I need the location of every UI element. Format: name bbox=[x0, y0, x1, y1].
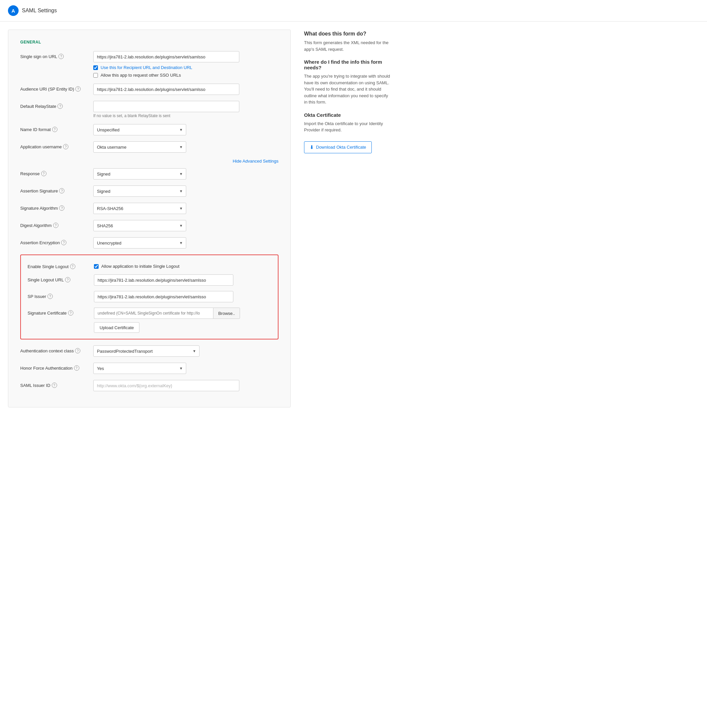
checkbox-other-sso-row: Allow this app to request other SSO URLs bbox=[93, 73, 279, 78]
sp-issuer-help-icon[interactable]: ? bbox=[48, 294, 53, 299]
sig-algo-select[interactable]: RSA-SHA256 RSA-SHA1 bbox=[93, 203, 186, 214]
honor-force-auth-help-icon[interactable]: ? bbox=[74, 365, 80, 371]
name-id-format-select[interactable]: Unspecified EmailAddress X509SubjectName… bbox=[93, 124, 186, 135]
audience-uri-control bbox=[93, 84, 279, 95]
sidebar-what-text: This form generates the XML needed for t… bbox=[304, 39, 390, 52]
checkbox-other-sso[interactable] bbox=[93, 73, 98, 78]
relay-state-row: Default RelayState ? If no value is set,… bbox=[20, 101, 279, 118]
app-username-row: Application username ? Okta username Ema… bbox=[20, 142, 279, 153]
assertion-enc-row: Assertion Encryption ? Unencrypted Encry… bbox=[20, 237, 279, 248]
response-control: Signed Unsigned ▼ bbox=[93, 168, 279, 179]
audience-uri-row: Audience URI (SP Entity ID) ? bbox=[20, 84, 279, 95]
sig-algo-label: Signature Algorithm ? bbox=[20, 203, 93, 211]
sig-algo-help-icon[interactable]: ? bbox=[59, 205, 64, 211]
sidebar-what-heading: What does this form do? bbox=[304, 31, 390, 37]
relay-state-hint: If no value is set, a blank RelayState i… bbox=[93, 114, 279, 118]
relay-state-help-icon[interactable]: ? bbox=[58, 104, 63, 109]
response-row: Response ? Signed Unsigned ▼ bbox=[20, 168, 279, 179]
sidebar-where-text: The app you're trying to integrate with … bbox=[304, 73, 390, 105]
assertion-enc-select[interactable]: Unencrypted Encrypted bbox=[93, 237, 186, 248]
slo-enable-checkbox[interactable] bbox=[94, 264, 98, 269]
slo-url-control bbox=[94, 274, 271, 286]
sso-url-row: Single sign on URL ? Use this for Recipi… bbox=[20, 51, 279, 78]
sso-url-help-icon[interactable]: ? bbox=[58, 54, 64, 59]
section-label: GENERAL bbox=[20, 40, 279, 45]
name-id-format-help-icon[interactable]: ? bbox=[52, 127, 58, 132]
sig-cert-file-input[interactable] bbox=[94, 308, 213, 319]
sig-cert-help-icon[interactable]: ? bbox=[68, 310, 73, 316]
saml-issuer-id-control bbox=[93, 380, 279, 391]
assertion-sig-select[interactable]: Signed Unsigned bbox=[93, 185, 186, 197]
slo-box: Enable Single Logout ? Allow application… bbox=[20, 254, 279, 339]
audience-uri-help-icon[interactable]: ? bbox=[75, 86, 81, 92]
assertion-sig-select-wrapper: Signed Unsigned ▼ bbox=[93, 185, 186, 197]
response-label: Response ? bbox=[20, 168, 93, 176]
checkbox-other-sso-label: Allow this app to request other SSO URLs bbox=[101, 73, 181, 78]
digest-algo-select[interactable]: SHA256 SHA1 bbox=[93, 220, 186, 231]
auth-context-control: PasswordProtectedTransport TLS Client In… bbox=[93, 345, 279, 357]
assertion-enc-control: Unencrypted Encrypted ▼ bbox=[93, 237, 279, 248]
honor-force-auth-control: Yes No ▼ bbox=[93, 363, 279, 374]
advanced-settings-link-row: Hide Advanced Settings bbox=[20, 159, 279, 163]
digest-algo-row: Digest Algorithm ? SHA256 SHA1 ▼ bbox=[20, 220, 279, 231]
saml-issuer-id-row: SAML Issuer ID ? bbox=[20, 380, 279, 391]
saml-issuer-id-help-icon[interactable]: ? bbox=[52, 383, 57, 388]
main-form: GENERAL Single sign on URL ? Use this fo… bbox=[8, 30, 291, 407]
sp-issuer-input[interactable] bbox=[94, 291, 233, 302]
auth-context-help-icon[interactable]: ? bbox=[75, 348, 80, 353]
name-id-format-control: Unspecified EmailAddress X509SubjectName… bbox=[93, 124, 279, 135]
browse-button[interactable]: Browse.. bbox=[213, 308, 240, 319]
name-id-format-row: Name ID format ? Unspecified EmailAddres… bbox=[20, 124, 279, 135]
honor-force-auth-select-wrapper: Yes No ▼ bbox=[93, 363, 186, 374]
sp-issuer-row: SP Issuer ? bbox=[27, 291, 271, 302]
app-username-select[interactable]: Okta username Email Custom bbox=[93, 142, 186, 153]
relay-state-input[interactable] bbox=[93, 101, 239, 112]
upload-certificate-button[interactable]: Upload Certificate bbox=[94, 322, 139, 333]
saml-issuer-id-input[interactable] bbox=[93, 380, 239, 391]
assertion-sig-row: Assertion Signature ? Signed Unsigned ▼ bbox=[20, 185, 279, 197]
checkbox-recipient-label: Use this for Recipient URL and Destinati… bbox=[101, 65, 192, 70]
digest-algo-help-icon[interactable]: ? bbox=[53, 222, 58, 228]
sidebar-panel: What does this form do? This form genera… bbox=[304, 30, 390, 407]
response-select[interactable]: Signed Unsigned bbox=[93, 168, 186, 179]
page-title: SAML Settings bbox=[22, 8, 57, 14]
slo-enable-checkbox-row: Allow application to initiate Single Log… bbox=[94, 264, 271, 269]
name-id-format-select-wrapper: Unspecified EmailAddress X509SubjectName… bbox=[93, 124, 186, 135]
slo-enable-help-icon[interactable]: ? bbox=[70, 264, 75, 269]
honor-force-auth-select[interactable]: Yes No bbox=[93, 363, 186, 374]
audience-uri-input[interactable] bbox=[93, 84, 239, 95]
sidebar-cert-heading: Okta Certificate bbox=[304, 112, 390, 118]
sso-url-label: Single sign on URL ? bbox=[20, 51, 93, 59]
page-layout: GENERAL Single sign on URL ? Use this fo… bbox=[0, 22, 398, 415]
honor-force-auth-label: Honor Force Authentication ? bbox=[20, 363, 93, 371]
slo-enable-checkbox-label: Allow application to initiate Single Log… bbox=[101, 264, 179, 269]
hide-advanced-settings-button[interactable]: Hide Advanced Settings bbox=[233, 159, 279, 163]
assertion-enc-help-icon[interactable]: ? bbox=[61, 240, 67, 245]
download-okta-cert-button[interactable]: ⬇ Download Okta Certificate bbox=[304, 142, 372, 153]
app-username-label: Application username ? bbox=[20, 142, 93, 149]
app-username-help-icon[interactable]: ? bbox=[63, 144, 68, 149]
digest-algo-select-wrapper: SHA256 SHA1 ▼ bbox=[93, 220, 186, 231]
checkbox-recipient[interactable] bbox=[93, 65, 98, 70]
response-help-icon[interactable]: ? bbox=[41, 171, 46, 176]
auth-context-label: Authentication context class ? bbox=[20, 345, 93, 353]
slo-url-row: Single Logout URL ? bbox=[27, 274, 271, 286]
page-header: A SAML Settings bbox=[0, 0, 707, 22]
saml-issuer-id-label: SAML Issuer ID ? bbox=[20, 380, 93, 388]
response-select-wrapper: Signed Unsigned ▼ bbox=[93, 168, 186, 179]
slo-url-input[interactable] bbox=[94, 274, 233, 286]
slo-url-help-icon[interactable]: ? bbox=[65, 277, 70, 282]
auth-context-select[interactable]: PasswordProtectedTransport TLS Client In… bbox=[93, 345, 200, 357]
relay-state-control: If no value is set, a blank RelayState i… bbox=[93, 101, 279, 118]
sig-cert-label: Signature Certificate ? bbox=[27, 308, 94, 316]
digest-algo-control: SHA256 SHA1 ▼ bbox=[93, 220, 279, 231]
sso-url-input[interactable] bbox=[93, 51, 239, 62]
assertion-sig-label: Assertion Signature ? bbox=[20, 185, 93, 194]
download-icon: ⬇ bbox=[310, 144, 314, 150]
assertion-sig-help-icon[interactable]: ? bbox=[59, 188, 64, 194]
auth-context-row: Authentication context class ? PasswordP… bbox=[20, 345, 279, 357]
relay-state-label: Default RelayState ? bbox=[20, 101, 93, 109]
avatar: A bbox=[8, 5, 19, 16]
sig-algo-select-wrapper: RSA-SHA256 RSA-SHA1 ▼ bbox=[93, 203, 186, 214]
audience-uri-label: Audience URI (SP Entity ID) ? bbox=[20, 84, 93, 92]
